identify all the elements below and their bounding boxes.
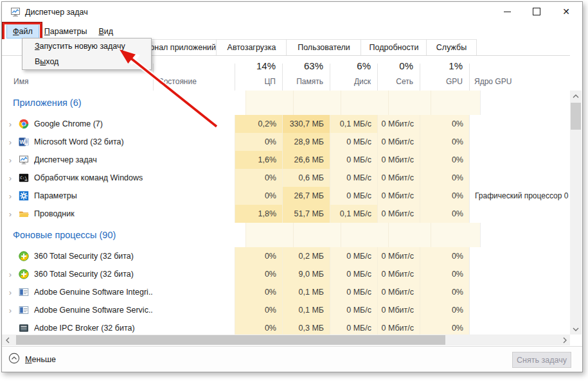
tab-подробности[interactable]: Подробности xyxy=(361,39,427,55)
ts360-icon xyxy=(19,251,29,261)
col-gpu-header[interactable]: GPU xyxy=(420,77,463,86)
expand-chevron-icon[interactable]: › xyxy=(2,119,19,129)
process-row[interactable]: ›360 Total Security (32 бита)0%9,0 МБ0 М… xyxy=(2,265,570,283)
cpu-value-cell: 0% xyxy=(235,169,282,187)
expand-chevron-icon[interactable]: › xyxy=(2,173,19,183)
heat-cell xyxy=(388,223,431,247)
heat-cell xyxy=(293,91,341,115)
process-label: 360 Total Security (32 бита) xyxy=(34,270,134,279)
scroll-right-icon[interactable] xyxy=(559,334,570,345)
process-row[interactable]: ›Проводник1,8%51,7 МБ0,1 МБ/с0 Мбит/с0% xyxy=(2,205,570,223)
gpu-engine-cell xyxy=(469,319,570,334)
process-row[interactable]: ›Adobe Genuine Software Servic...0%0,1 М… xyxy=(2,301,570,319)
tab-службы[interactable]: Службы xyxy=(426,39,477,55)
scroll-left-icon[interactable] xyxy=(2,334,13,345)
process-row[interactable]: ›Adobe Genuine Software Integri...0%0,1 … xyxy=(2,283,570,301)
group-header-row[interactable]: Фоновые процессы (90) xyxy=(2,223,570,247)
net-value-cell: 0 Мбит/с xyxy=(377,265,420,283)
settings-icon xyxy=(19,191,29,201)
column-divider[interactable] xyxy=(153,64,154,91)
col-cpu-total[interactable]: 14% xyxy=(235,60,276,71)
process-name-cell: ›C:\Обработчик команд Windows xyxy=(2,169,153,187)
process-label: Обработчик команд Windows xyxy=(34,173,143,182)
vertical-scroll-thumb[interactable] xyxy=(571,103,581,130)
cpu-value-cell: 0% xyxy=(235,319,282,334)
mem-value-cell: 0,3 МБ xyxy=(282,319,330,334)
process-row[interactable]: ›WMicrosoft Word (32 бита)0%28,9 МБ0 МБ/… xyxy=(2,133,570,151)
net-value-cell: 0 Мбит/с xyxy=(377,205,420,223)
process-name-cell: ›360 Total Security (32 бита) xyxy=(2,265,153,283)
col-disk-total[interactable]: 6% xyxy=(330,60,371,71)
close-button[interactable]: ✕ xyxy=(551,2,581,21)
mem-value-cell: 26,7 МБ xyxy=(282,187,330,205)
col-net-header[interactable]: Сеть xyxy=(377,77,413,86)
expand-chevron-icon[interactable]: › xyxy=(2,306,19,315)
process-list: Приложения (6)›Google Chrome (7)0,2%330,… xyxy=(2,91,570,334)
process-row[interactable]: ›Google Chrome (7)0,2%330,7 МБ0,1 МБ/с0 … xyxy=(2,115,570,133)
scroll-down-icon[interactable] xyxy=(570,324,582,334)
col-mem-total[interactable]: 63% xyxy=(282,60,323,71)
col-status-header[interactable]: Состояние xyxy=(158,77,197,86)
menu-view[interactable]: Вид xyxy=(93,25,119,38)
process-row[interactable]: ›C:\Обработчик команд Windows0%0,6 МБ0 М… xyxy=(2,169,570,187)
gpu-engine-cell xyxy=(480,91,570,115)
adobedoc-icon xyxy=(19,287,29,297)
vertical-scrollbar[interactable] xyxy=(570,91,582,334)
maximize-button[interactable] xyxy=(522,2,551,21)
explorer-icon xyxy=(19,209,29,219)
group-header-row[interactable]: Приложения (6) xyxy=(2,91,570,115)
column-divider[interactable] xyxy=(469,64,470,91)
gpu-value-cell: 0% xyxy=(420,205,469,223)
col-mem-header[interactable]: Память xyxy=(282,77,323,86)
svg-text:W: W xyxy=(20,139,26,145)
fewer-details-button[interactable]: Меньше xyxy=(8,352,56,367)
col-net-total[interactable]: 0% xyxy=(377,60,413,71)
expand-chevron-icon[interactable]: › xyxy=(2,155,19,165)
process-row[interactable]: Adobe IPC Broker (32 бита)0%0,3 МБ0 МБ/с… xyxy=(2,319,570,334)
net-value-cell: 0 Мбит/с xyxy=(377,319,420,334)
status-cell xyxy=(153,187,235,205)
tab-автозагрузка[interactable]: Автозагрузка xyxy=(216,39,287,55)
chrome-icon xyxy=(19,119,29,129)
net-value-cell: 0 Мбит/с xyxy=(377,247,420,265)
mem-value-cell: 51,7 МБ xyxy=(282,205,330,223)
mem-value-cell: 9,0 МБ xyxy=(282,265,330,283)
gpu-engine-cell xyxy=(469,301,570,319)
group-label: Фоновые процессы (90) xyxy=(2,223,164,247)
menu-options[interactable]: Параметры xyxy=(39,25,93,38)
minimize-button[interactable] xyxy=(492,2,522,21)
col-cpu-header[interactable]: ЦП xyxy=(235,77,276,86)
expand-chevron-icon[interactable]: › xyxy=(2,137,19,147)
gpu-engine-cell xyxy=(469,115,570,133)
mem-value-cell: 330,7 МБ xyxy=(282,115,330,133)
horizontal-scroll-thumb[interactable] xyxy=(16,335,445,345)
scroll-up-icon[interactable] xyxy=(570,91,582,101)
process-row[interactable]: ›Диспетчер задач1,6%26,6 МБ0 МБ/с0 Мбит/… xyxy=(2,151,570,169)
col-name-header[interactable]: Имя xyxy=(13,77,28,86)
col-disk-header[interactable]: Диск xyxy=(330,77,371,86)
expand-chevron-icon[interactable]: › xyxy=(2,209,19,219)
mem-value-cell: 26,6 МБ xyxy=(282,151,330,169)
process-label: Google Chrome (7) xyxy=(34,119,103,128)
expand-chevron-icon[interactable]: › xyxy=(2,288,19,297)
process-label: Диспетчер задач xyxy=(34,155,97,164)
screenshot-root: Диспетчер задач ✕ ФайлПараметрыВид Журна… xyxy=(0,0,588,382)
process-row[interactable]: 360 Total Security (32 бита)0%0,2 МБ0 МБ… xyxy=(2,247,570,265)
menu-item-exit[interactable]: Выход xyxy=(22,54,151,69)
process-row[interactable]: ›Параметры0%26,7 МБ0 МБ/с0 Мбит/с0%Графи… xyxy=(2,187,570,205)
gpu-engine-cell xyxy=(469,169,570,187)
horizontal-scrollbar[interactable] xyxy=(2,334,570,345)
gpu-engine-cell xyxy=(480,223,570,247)
tab-пользователи[interactable]: Пользователи xyxy=(286,39,362,55)
col-gpu-engine-header[interactable]: Ядро GPU xyxy=(474,77,512,86)
end-task-button[interactable]: Снять задачу xyxy=(512,352,571,368)
status-cell xyxy=(153,133,235,151)
expand-chevron-icon[interactable]: › xyxy=(2,191,19,201)
menu-file[interactable]: Файл xyxy=(7,25,39,38)
expand-chevron-icon[interactable]: › xyxy=(2,270,19,279)
ts360-icon xyxy=(19,269,29,279)
cpu-value-cell: 0% xyxy=(235,265,282,283)
col-gpu-total[interactable]: 1% xyxy=(420,60,463,71)
menu-item-run-new-task[interactable]: Запустить новую задачу xyxy=(22,39,151,54)
adobeipc-icon xyxy=(19,323,29,333)
